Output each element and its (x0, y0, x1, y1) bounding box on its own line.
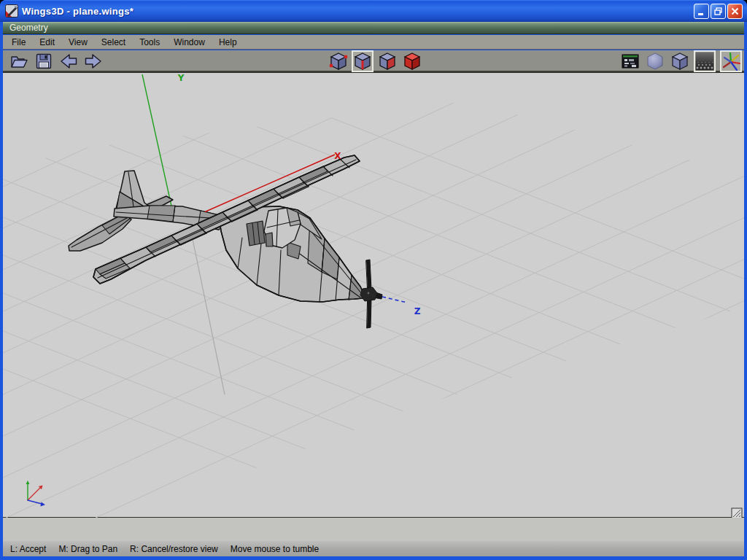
close-icon (730, 7, 740, 16)
forward-arrow-icon (83, 51, 104, 71)
minimize-button[interactable] (694, 4, 709, 19)
menu-tools[interactable]: Tools (139, 37, 160, 47)
status-left-mouse: L: Accept (10, 544, 46, 554)
flat-shading-cube-icon (670, 51, 690, 71)
ground-plane-grid-icon (694, 51, 715, 71)
geometry-window-header[interactable]: Geometry (3, 22, 744, 34)
minimize-icon (697, 7, 706, 16)
window-title: Wings3D - plane.wings* (22, 6, 133, 17)
restore-button[interactable] (711, 4, 726, 19)
flat-shading-button[interactable] (670, 51, 690, 71)
open-button[interactable] (9, 51, 29, 71)
preferences-button[interactable] (620, 51, 640, 71)
edge-select-button[interactable] (352, 51, 373, 71)
menu-bar: File Edit View Select Tools Window Help (3, 35, 744, 50)
orientation-axes-gizmo (26, 481, 45, 506)
ground-plane-toggle-button[interactable] (694, 51, 715, 71)
menu-select[interactable]: Select (101, 37, 125, 47)
face-select-cube-icon (377, 51, 398, 71)
viewport-resize-grip[interactable] (732, 508, 742, 518)
left-stabilizer (69, 213, 131, 251)
menu-help[interactable]: Help (219, 37, 237, 47)
status-hint: Move mouse to tumble (231, 544, 319, 554)
edge-select-cube-icon (352, 51, 373, 71)
body-select-button[interactable] (402, 51, 422, 71)
geometry-viewport[interactable]: Y X Z (3, 72, 744, 518)
y-axis-label: Y (177, 73, 185, 83)
fuselage (219, 206, 363, 302)
menu-edit[interactable]: Edit (39, 37, 55, 47)
preferences-dialog-icon (620, 51, 640, 71)
propeller (360, 260, 382, 328)
toolbar (3, 50, 744, 72)
menu-file[interactable]: File (12, 37, 26, 47)
z-axis-label: Z (414, 306, 421, 316)
undo-button[interactable] (58, 51, 79, 71)
plane-model[interactable] (69, 155, 382, 328)
window-padding-strip (3, 518, 744, 541)
status-middle-mouse: M: Drag to Pan (58, 544, 117, 554)
window-titlebar[interactable]: Wings3D - plane.wings* (0, 0, 747, 22)
x-axis-label: X (334, 151, 341, 161)
save-floppy-icon (34, 51, 54, 71)
negative-y-axis-line (193, 239, 225, 394)
wings3d-app-icon (5, 4, 18, 18)
menu-view[interactable]: View (69, 37, 88, 47)
vertex-select-button[interactable] (328, 51, 349, 71)
axes-toggle-icon (721, 51, 741, 71)
smooth-shading-cube-icon (645, 51, 665, 71)
body-select-cube-icon (402, 51, 422, 71)
status-bar: L: Accept M: Drag to Pan R: Cancel/resto… (3, 541, 744, 556)
face-select-button[interactable] (377, 51, 398, 71)
menu-window[interactable]: Window (174, 37, 205, 47)
geometry-window-title: Geometry (9, 23, 48, 33)
open-folder-icon (9, 51, 29, 71)
close-button[interactable] (727, 4, 743, 19)
redo-button[interactable] (83, 51, 104, 71)
restore-icon (713, 7, 723, 16)
status-right-mouse: R: Cancel/restore view (130, 544, 218, 554)
axes-toggle-button[interactable] (721, 51, 741, 71)
back-arrow-icon (58, 51, 79, 71)
save-button[interactable] (34, 51, 54, 71)
smooth-shading-button[interactable] (645, 51, 665, 71)
wings3d-window: Wings3D - plane.wings* Geometry (0, 0, 747, 560)
vertex-select-cube-icon (328, 51, 349, 71)
